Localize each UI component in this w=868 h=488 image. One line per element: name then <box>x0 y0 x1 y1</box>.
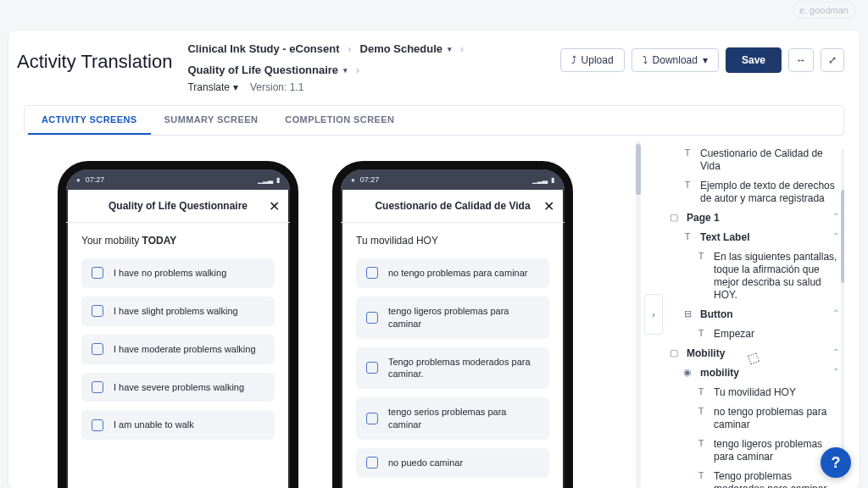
tree-label: Cuestionario de Calidad de Vida <box>700 147 843 173</box>
close-icon[interactable]: ✕ <box>269 198 280 214</box>
tree-label: Ejemplo de texto de derechos de autor y … <box>700 180 843 205</box>
question-icon: ? <box>832 454 841 472</box>
battery-icon: ▮ <box>276 176 280 184</box>
main-panel: Activity Translation Clinical Ink Study … <box>8 30 860 488</box>
screen-title: Cuestionario de Calidad de Vida <box>375 200 530 212</box>
download-icon: ⤵ <box>643 54 648 66</box>
option-row[interactable]: I have no problems walking <box>81 258 275 288</box>
version-label: Version: 1.1 <box>250 81 303 93</box>
tree-scrollbar[interactable] <box>841 149 844 480</box>
chevron-right-icon: › <box>652 309 655 319</box>
tree-node-text[interactable]: Tno tengo problemas para caminar <box>666 402 844 435</box>
checkbox-icon <box>366 312 378 324</box>
breadcrumb-item[interactable]: Demo Schedule ▾ <box>360 42 453 55</box>
collapse-panel-button[interactable]: › <box>644 294 663 335</box>
prompt-pre: Tu movilidad HOY <box>356 235 438 247</box>
user-chip[interactable]: e. goodman <box>792 2 856 19</box>
tree-label: mobility <box>700 367 826 380</box>
subheader: Translate ▾ Version: 1.1 <box>187 81 544 93</box>
tab-activity-screens[interactable]: ACTIVITY SCREENS <box>28 106 151 135</box>
fullscreen-button[interactable]: ⤢ <box>821 48 844 72</box>
wifi-icon: ▁▂▃ <box>258 176 273 184</box>
option-label: I am unable to walk <box>114 419 194 431</box>
text-icon: T <box>695 438 707 450</box>
camera-icon: ● <box>351 176 355 184</box>
tree-node-text-label[interactable]: TText Label⌃ <box>666 228 844 247</box>
save-label: Save <box>742 54 765 66</box>
tree-node-text[interactable]: TCuestionario de Calidad de Vida <box>666 144 844 176</box>
prompt-bold: TODAY <box>142 235 177 247</box>
tree-node-text[interactable]: TEjemplo de texto de derechos de autor y… <box>666 176 844 208</box>
option-label: tengo ligeros problemas para caminar <box>388 305 539 330</box>
tree-node-text[interactable]: TTu movilidad HOY <box>666 383 844 402</box>
text-icon: T <box>695 470 707 482</box>
save-button[interactable]: Save <box>726 47 782 73</box>
upload-label: Upload <box>581 54 614 66</box>
screen-title: Quality of Life Questionnaire <box>108 200 248 212</box>
header: Activity Translation Clinical Ink Study … <box>8 30 860 93</box>
translate-dropdown[interactable]: Translate ▾ <box>187 81 238 93</box>
tree-node-text[interactable]: TEmpezar <box>666 324 844 344</box>
option-row[interactable]: Tengo problemas moderados para caminar. <box>356 347 549 390</box>
page-icon: ▢ <box>668 212 680 224</box>
text-icon: T <box>695 328 707 340</box>
option-row[interactable]: I have slight problems walking <box>81 297 275 326</box>
tree-label: Button <box>700 308 826 321</box>
breadcrumb-item[interactable]: Clinical Ink Study - eConsent <box>187 42 339 55</box>
option-row[interactable]: I have moderate problems walking <box>81 335 275 364</box>
option-row[interactable]: no puedo caminar <box>356 448 549 478</box>
tree-node-radio[interactable]: ◉mobility⌃ <box>666 363 844 383</box>
tab-completion-screen[interactable]: COMPLETION SCREEN <box>271 106 408 135</box>
caret-down-icon: ▾ <box>343 66 348 75</box>
arrows-horizontal-icon: ↔ <box>796 54 806 66</box>
breadcrumb-item[interactable]: Quality of Life Questionnaire ▾ <box>187 64 348 76</box>
upload-icon: ⤴ <box>571 54 576 66</box>
checkbox-icon <box>92 381 103 393</box>
download-label: Download <box>653 54 698 66</box>
breadcrumb-label: Clinical Ink Study - eConsent <box>187 42 339 55</box>
option-label: I have slight problems walking <box>114 305 238 318</box>
chevron-right-icon: › <box>460 43 464 55</box>
tree-node-button[interactable]: ⊟Button⌃ <box>666 305 844 324</box>
tree-node-text[interactable]: Ttengo ligeros problemas para caminar <box>666 435 844 467</box>
prompt-text: Tu movilidad HOY <box>356 235 549 247</box>
screen-body: Your mobility TODAY I have no problems w… <box>66 223 290 460</box>
prompt-pre: Your mobility <box>81 235 142 247</box>
tree-label: Text Label <box>700 231 826 244</box>
text-icon: T <box>682 180 693 191</box>
expand-horizontal-button[interactable]: ↔ <box>788 48 814 72</box>
option-label: no tengo problemas para caminar <box>388 267 527 280</box>
tree-node-text[interactable]: TEn las siguientes pantallas, toque la a… <box>666 247 844 305</box>
scrollbar-thumb[interactable] <box>841 190 844 283</box>
option-row[interactable]: tengo ligeros problemas para caminar <box>356 297 549 339</box>
checkbox-icon <box>92 419 103 431</box>
checkbox-icon <box>92 343 103 355</box>
breadcrumb-label: Demo Schedule <box>360 42 443 55</box>
user-name: e. goodman <box>799 5 849 15</box>
checkbox-icon <box>366 457 378 469</box>
option-label: I have severe problems walking <box>114 381 244 394</box>
text-icon: T <box>682 231 693 243</box>
caret-down-icon: ▾ <box>233 81 238 93</box>
text-icon: T <box>695 386 707 398</box>
option-row[interactable]: I have severe problems walking <box>81 373 275 402</box>
help-button[interactable]: ? <box>821 447 851 478</box>
tree-node-page[interactable]: ▢Page 1⌃ <box>666 208 844 228</box>
upload-button[interactable]: ⤴ Upload <box>560 48 625 72</box>
option-row[interactable]: no tengo problemas para caminar <box>356 258 549 288</box>
tab-summary-screen[interactable]: SUMMARY SCREEN <box>151 106 272 135</box>
checkbox-icon <box>92 267 103 279</box>
workspace: ● 07:27 ▁▂▃ ▮ Quality of Life Questionna… <box>24 141 844 488</box>
screen-body: Tu movilidad HOY no tengo problemas para… <box>341 223 565 488</box>
text-icon: T <box>682 147 693 159</box>
option-row[interactable]: tengo serios problemas para caminar <box>356 397 549 440</box>
download-button[interactable]: ⤵ Download ▾ <box>632 48 719 72</box>
prompt-text: Your mobility TODAY <box>81 235 275 247</box>
close-icon[interactable]: ✕ <box>543 198 554 214</box>
tree-label: En las siguientes pantallas, toque la af… <box>714 251 843 302</box>
tree-label: Tengo problemas moderados para caminar. <box>714 470 843 488</box>
phone-preview-source: ● 07:27 ▁▂▃ ▮ Quality of Life Questionna… <box>58 161 298 488</box>
tree-node-text[interactable]: TTengo problemas moderados para caminar. <box>666 467 844 488</box>
wifi-icon: ▁▂▃ <box>532 176 548 184</box>
option-row[interactable]: I am unable to walk <box>81 410 275 440</box>
